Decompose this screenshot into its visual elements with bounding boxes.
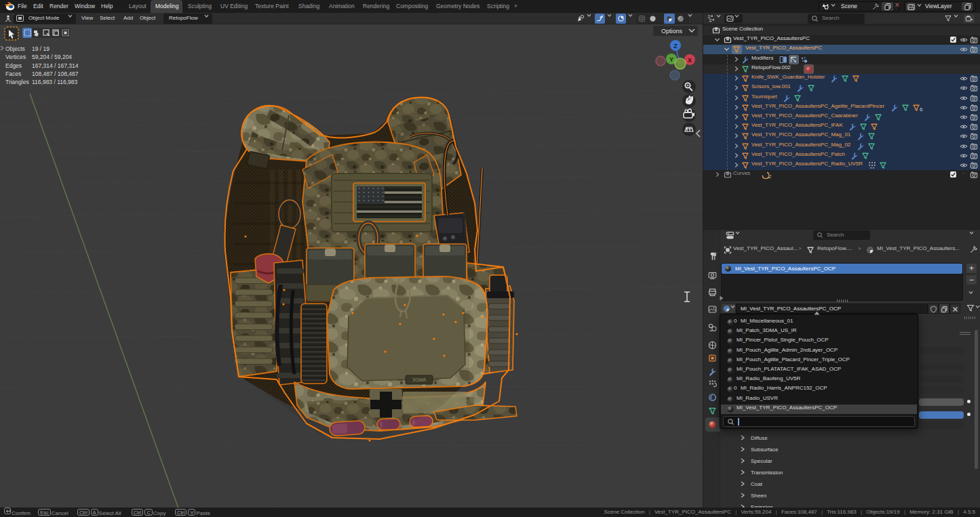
svg-text:Vertices: Vertices — [5, 54, 26, 60]
svg-text:167,314 / 167,314: 167,314 / 167,314 — [32, 62, 79, 69]
svg-text:Z: Z — [673, 43, 678, 49]
svg-text:Triangles: Triangles — [5, 79, 29, 85]
svg-text:X: X — [688, 57, 692, 64]
svg-text:19 / 19: 19 / 19 — [32, 45, 50, 52]
svg-text:116,983 / 116,983: 116,983 / 116,983 — [32, 79, 78, 85]
svg-text:Y: Y — [669, 56, 673, 63]
svg-text:Objects: Objects — [5, 45, 25, 52]
svg-text:Edges: Edges — [5, 62, 22, 69]
svg-text:108,487 / 108,487: 108,487 / 108,487 — [32, 70, 79, 77]
svg-text:59,204 / 59,204: 59,204 / 59,204 — [32, 54, 72, 60]
svg-text:Faces: Faces — [5, 70, 21, 77]
svg-text:Options: Options — [661, 28, 683, 35]
